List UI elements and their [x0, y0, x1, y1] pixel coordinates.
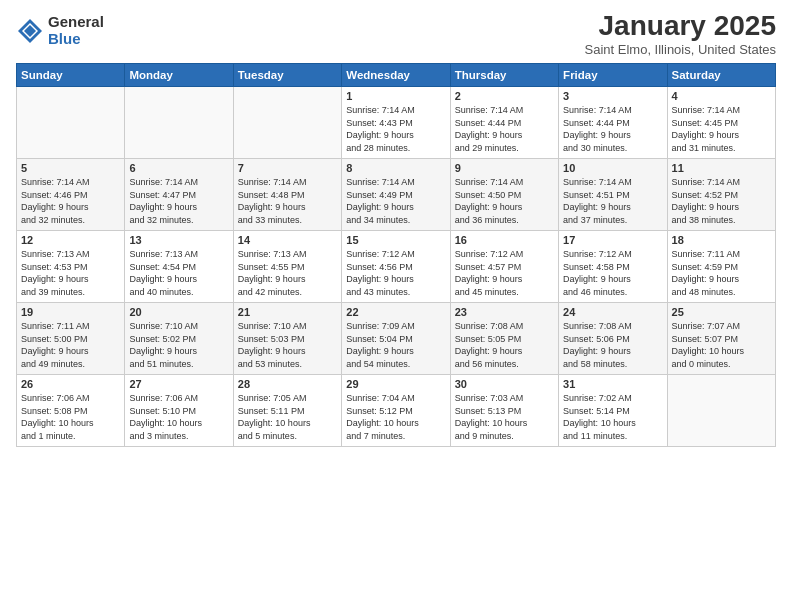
day-number: 29 [346, 378, 445, 390]
day-info: Sunrise: 7:14 AM Sunset: 4:49 PM Dayligh… [346, 176, 445, 226]
day-number: 23 [455, 306, 554, 318]
day-info: Sunrise: 7:13 AM Sunset: 4:53 PM Dayligh… [21, 248, 120, 298]
day-info: Sunrise: 7:07 AM Sunset: 5:07 PM Dayligh… [672, 320, 771, 370]
day-info: Sunrise: 7:14 AM Sunset: 4:48 PM Dayligh… [238, 176, 337, 226]
calendar-cell: 13Sunrise: 7:13 AM Sunset: 4:54 PM Dayli… [125, 231, 233, 303]
calendar-cell: 9Sunrise: 7:14 AM Sunset: 4:50 PM Daylig… [450, 159, 558, 231]
day-info: Sunrise: 7:13 AM Sunset: 4:54 PM Dayligh… [129, 248, 228, 298]
day-info: Sunrise: 7:10 AM Sunset: 5:02 PM Dayligh… [129, 320, 228, 370]
day-of-week-header: Monday [125, 64, 233, 87]
calendar-cell: 20Sunrise: 7:10 AM Sunset: 5:02 PM Dayli… [125, 303, 233, 375]
day-info: Sunrise: 7:14 AM Sunset: 4:44 PM Dayligh… [563, 104, 662, 154]
day-number: 30 [455, 378, 554, 390]
day-number: 25 [672, 306, 771, 318]
calendar-cell: 29Sunrise: 7:04 AM Sunset: 5:12 PM Dayli… [342, 375, 450, 447]
day-number: 27 [129, 378, 228, 390]
calendar-cell [17, 87, 125, 159]
day-number: 5 [21, 162, 120, 174]
calendar-cell: 12Sunrise: 7:13 AM Sunset: 4:53 PM Dayli… [17, 231, 125, 303]
day-info: Sunrise: 7:06 AM Sunset: 5:10 PM Dayligh… [129, 392, 228, 442]
day-info: Sunrise: 7:12 AM Sunset: 4:57 PM Dayligh… [455, 248, 554, 298]
calendar-cell: 4Sunrise: 7:14 AM Sunset: 4:45 PM Daylig… [667, 87, 775, 159]
logo-general-label: General [48, 14, 104, 31]
calendar-week-row: 26Sunrise: 7:06 AM Sunset: 5:08 PM Dayli… [17, 375, 776, 447]
day-number: 12 [21, 234, 120, 246]
calendar-table: SundayMondayTuesdayWednesdayThursdayFrid… [16, 63, 776, 447]
logo-text: General Blue [48, 14, 104, 47]
header: General Blue January 2025 Saint Elmo, Il… [16, 10, 776, 57]
day-info: Sunrise: 7:12 AM Sunset: 4:56 PM Dayligh… [346, 248, 445, 298]
day-number: 1 [346, 90, 445, 102]
day-number: 7 [238, 162, 337, 174]
calendar-cell: 7Sunrise: 7:14 AM Sunset: 4:48 PM Daylig… [233, 159, 341, 231]
calendar-cell: 16Sunrise: 7:12 AM Sunset: 4:57 PM Dayli… [450, 231, 558, 303]
title-area: January 2025 Saint Elmo, Illinois, Unite… [585, 10, 776, 57]
day-number: 8 [346, 162, 445, 174]
day-info: Sunrise: 7:11 AM Sunset: 5:00 PM Dayligh… [21, 320, 120, 370]
day-info: Sunrise: 7:10 AM Sunset: 5:03 PM Dayligh… [238, 320, 337, 370]
calendar-cell: 15Sunrise: 7:12 AM Sunset: 4:56 PM Dayli… [342, 231, 450, 303]
calendar-cell: 8Sunrise: 7:14 AM Sunset: 4:49 PM Daylig… [342, 159, 450, 231]
calendar-cell: 28Sunrise: 7:05 AM Sunset: 5:11 PM Dayli… [233, 375, 341, 447]
day-of-week-header: Thursday [450, 64, 558, 87]
header-row: SundayMondayTuesdayWednesdayThursdayFrid… [17, 64, 776, 87]
day-info: Sunrise: 7:06 AM Sunset: 5:08 PM Dayligh… [21, 392, 120, 442]
month-title: January 2025 [585, 10, 776, 42]
calendar-cell: 1Sunrise: 7:14 AM Sunset: 4:43 PM Daylig… [342, 87, 450, 159]
day-number: 6 [129, 162, 228, 174]
calendar-cell: 22Sunrise: 7:09 AM Sunset: 5:04 PM Dayli… [342, 303, 450, 375]
day-info: Sunrise: 7:08 AM Sunset: 5:06 PM Dayligh… [563, 320, 662, 370]
calendar-cell [125, 87, 233, 159]
day-info: Sunrise: 7:09 AM Sunset: 5:04 PM Dayligh… [346, 320, 445, 370]
calendar-week-row: 12Sunrise: 7:13 AM Sunset: 4:53 PM Dayli… [17, 231, 776, 303]
day-number: 31 [563, 378, 662, 390]
day-info: Sunrise: 7:14 AM Sunset: 4:44 PM Dayligh… [455, 104, 554, 154]
day-number: 13 [129, 234, 228, 246]
day-info: Sunrise: 7:14 AM Sunset: 4:50 PM Dayligh… [455, 176, 554, 226]
day-info: Sunrise: 7:03 AM Sunset: 5:13 PM Dayligh… [455, 392, 554, 442]
day-number: 19 [21, 306, 120, 318]
calendar-week-row: 1Sunrise: 7:14 AM Sunset: 4:43 PM Daylig… [17, 87, 776, 159]
day-number: 10 [563, 162, 662, 174]
day-number: 9 [455, 162, 554, 174]
day-number: 4 [672, 90, 771, 102]
calendar-week-row: 5Sunrise: 7:14 AM Sunset: 4:46 PM Daylig… [17, 159, 776, 231]
day-of-week-header: Tuesday [233, 64, 341, 87]
calendar-cell [667, 375, 775, 447]
day-of-week-header: Sunday [17, 64, 125, 87]
calendar-cell: 10Sunrise: 7:14 AM Sunset: 4:51 PM Dayli… [559, 159, 667, 231]
day-info: Sunrise: 7:02 AM Sunset: 5:14 PM Dayligh… [563, 392, 662, 442]
calendar-cell: 31Sunrise: 7:02 AM Sunset: 5:14 PM Dayli… [559, 375, 667, 447]
calendar-cell: 2Sunrise: 7:14 AM Sunset: 4:44 PM Daylig… [450, 87, 558, 159]
day-of-week-header: Wednesday [342, 64, 450, 87]
day-info: Sunrise: 7:11 AM Sunset: 4:59 PM Dayligh… [672, 248, 771, 298]
day-number: 11 [672, 162, 771, 174]
page-container: General Blue January 2025 Saint Elmo, Il… [0, 0, 792, 457]
calendar-cell: 5Sunrise: 7:14 AM Sunset: 4:46 PM Daylig… [17, 159, 125, 231]
logo: General Blue [16, 14, 104, 47]
logo-icon [16, 17, 44, 45]
day-number: 22 [346, 306, 445, 318]
day-info: Sunrise: 7:14 AM Sunset: 4:51 PM Dayligh… [563, 176, 662, 226]
day-info: Sunrise: 7:04 AM Sunset: 5:12 PM Dayligh… [346, 392, 445, 442]
calendar-cell: 25Sunrise: 7:07 AM Sunset: 5:07 PM Dayli… [667, 303, 775, 375]
calendar-cell: 6Sunrise: 7:14 AM Sunset: 4:47 PM Daylig… [125, 159, 233, 231]
day-number: 16 [455, 234, 554, 246]
calendar-cell: 11Sunrise: 7:14 AM Sunset: 4:52 PM Dayli… [667, 159, 775, 231]
calendar-cell: 3Sunrise: 7:14 AM Sunset: 4:44 PM Daylig… [559, 87, 667, 159]
day-number: 2 [455, 90, 554, 102]
calendar-cell: 26Sunrise: 7:06 AM Sunset: 5:08 PM Dayli… [17, 375, 125, 447]
day-number: 18 [672, 234, 771, 246]
calendar-cell: 17Sunrise: 7:12 AM Sunset: 4:58 PM Dayli… [559, 231, 667, 303]
day-info: Sunrise: 7:05 AM Sunset: 5:11 PM Dayligh… [238, 392, 337, 442]
day-info: Sunrise: 7:14 AM Sunset: 4:46 PM Dayligh… [21, 176, 120, 226]
calendar-cell: 24Sunrise: 7:08 AM Sunset: 5:06 PM Dayli… [559, 303, 667, 375]
day-number: 17 [563, 234, 662, 246]
calendar-week-row: 19Sunrise: 7:11 AM Sunset: 5:00 PM Dayli… [17, 303, 776, 375]
calendar-cell: 14Sunrise: 7:13 AM Sunset: 4:55 PM Dayli… [233, 231, 341, 303]
day-of-week-header: Saturday [667, 64, 775, 87]
logo-blue-label: Blue [48, 31, 104, 48]
location-label: Saint Elmo, Illinois, United States [585, 42, 776, 57]
day-info: Sunrise: 7:14 AM Sunset: 4:43 PM Dayligh… [346, 104, 445, 154]
day-info: Sunrise: 7:08 AM Sunset: 5:05 PM Dayligh… [455, 320, 554, 370]
